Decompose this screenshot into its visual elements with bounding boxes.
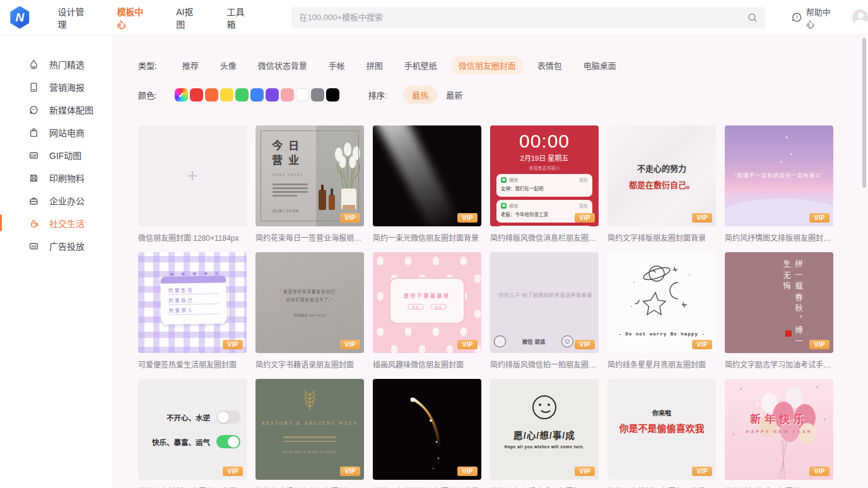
type-chip-wechat-status[interactable]: 微信状态背景: [250, 56, 315, 74]
type-chip-puzzle[interactable]: 拼图: [359, 56, 390, 74]
gold-leaf-graphic: [301, 389, 319, 410]
smiley-graphic: [532, 395, 556, 419]
template-card-book-quote[interactable]: “ 我还有好些事要告诉你们， 但你们现在担当不了。” 约翰福音 John 16:…: [255, 252, 364, 369]
search-icon[interactable]: [748, 13, 758, 23]
template-card-blank-create[interactable]: + 微信朋友圈封面 1280×1184px: [138, 125, 247, 243]
user-avatar[interactable]: [852, 9, 868, 26]
page-scrollbar[interactable]: [862, 38, 866, 188]
sidebar-item-newmedia[interactable]: 新媒体配图: [0, 98, 113, 121]
template-card-cute-note[interactable]: 热爱生活 热爱自己 热爱家人 VIP 可爱便签热爱生活朋友圈封面: [138, 252, 247, 369]
type-chip-avatar[interactable]: 头像: [213, 56, 244, 74]
color-swatch-red[interactable]: [190, 88, 203, 102]
card-title: 简约排版风微信消息栏朋友圈封...: [490, 232, 599, 243]
poster-icon: [28, 82, 39, 93]
vip-badge: VIP: [223, 467, 243, 476]
sidebar-item-gif[interactable]: GIF GIF动图: [0, 144, 113, 166]
emoji-icon: ☺: [561, 335, 573, 347]
help-label: 帮助中心: [806, 6, 838, 30]
new-year-heading: 新年快乐: [725, 410, 833, 426]
notepad-graphic: 热爱生活 热爱自己 热爱家人: [160, 276, 226, 325]
menu-design-manage[interactable]: 设计管理: [57, 5, 90, 30]
type-chip-wallpaper[interactable]: 手机壁纸: [397, 56, 445, 74]
hold-to-talk-label: 按住 说话: [506, 337, 561, 345]
type-chips: 推荐 头像 微信状态背景 手帐 拼图 手机壁纸 微信朋友圈封面 表情包 电脑桌面: [175, 56, 624, 74]
flower-card-heading: 今日营业: [272, 139, 310, 168]
color-swatch-yellow[interactable]: [220, 88, 233, 102]
cat-panel-graphic: 愿你不要暴躁哦 乖乖哄哄: [389, 277, 465, 324]
card-title: 简约风抒情图文排版朋友圈封面...: [725, 232, 833, 243]
color-swatch-pink[interactable]: [281, 88, 294, 102]
color-swatch-gray[interactable]: [311, 88, 324, 102]
chat-bubble-icon: [28, 105, 39, 115]
color-swatch-all[interactable]: ✓: [175, 88, 188, 102]
toggle-off-label: 不开心、水逆: [152, 412, 210, 422]
sidebar-item-poster[interactable]: 营销海报: [0, 76, 113, 98]
vip-badge: VIP: [692, 213, 712, 223]
template-card-light-beam[interactable]: VIP 简约一束光微信朋友圈封面背景: [373, 125, 481, 243]
pat-joke-text: “你的儿子”拍了拍我的奶茶说这杯我来请: [490, 291, 599, 298]
filter-panel: 类型: 推荐 头像 微信状态背景 手帐 拼图 手机壁纸 微信朋友圈封面 表情包 …: [138, 56, 624, 104]
sidebar-item-hot[interactable]: 热门精选: [0, 53, 113, 76]
app-logo[interactable]: N: [9, 6, 30, 29]
template-card-new-year[interactable]: 新年快乐 HAPPY NEW YEAR VIP 简约新年快乐朋友圈封面: [725, 379, 833, 488]
template-card-star-doodle[interactable]: - Do not worry Be happy - VIP 简约线条星星月亮朋友…: [607, 252, 716, 369]
type-chip-recommend[interactable]: 推荐: [175, 56, 206, 74]
search-input[interactable]: [299, 13, 748, 22]
template-card-calligraphy[interactable]: 拼一载春秋，搏一生无悔 VIP 简约文字励志学习加油考试手机...: [725, 252, 833, 369]
light-beam-graphic: [373, 125, 459, 226]
template-card-cat-pattern[interactable]: 愿你不要暴躁哦 乖乖哄哄 VIP 插画风趣味微信朋友圈封面: [373, 252, 481, 369]
floppy-icon: [28, 173, 39, 183]
color-swatch-green[interactable]: [235, 88, 249, 102]
color-swatch-blue[interactable]: [250, 88, 264, 102]
sort-hottest[interactable]: 最热: [403, 86, 437, 104]
menu-ai-cutout[interactable]: AI抠图: [176, 5, 200, 30]
type-chip-moments-cover[interactable]: 微信朋友圈封面: [451, 56, 524, 74]
template-card-comet[interactable]: VIP 简约一束光微信朋友圈封面背景: [373, 379, 481, 488]
sidebar-label: 营销海报: [49, 81, 85, 93]
template-card-smiley-wish[interactable]: 愿/心/想/事/成 Hope all you wishes will come …: [490, 379, 599, 488]
flame-icon: [28, 59, 39, 70]
color-swatch-white[interactable]: [296, 88, 309, 102]
sidebar-item-ads[interactable]: AD 广告投放: [0, 235, 113, 257]
template-card-toggles[interactable]: 不开心、水逆 快乐、暴富、运气 VIP 简约文字排版朋友圈封面背景: [138, 379, 247, 488]
template-card-pink-sky[interactable]: “相遇不一定有结局但一定有意义” VIP 简约风抒情图文排版朋友圈封面...: [725, 125, 833, 243]
help-center[interactable]: ? 帮助中心: [792, 6, 837, 30]
menu-template-center[interactable]: 模板中心: [117, 5, 150, 30]
vip-badge: VIP: [692, 340, 712, 349]
notification-item: 微信现在 女神：我们在一起吧: [496, 174, 592, 197]
type-chip-desktop[interactable]: 电脑桌面: [576, 56, 624, 74]
type-chip-journal[interactable]: 手帐: [321, 56, 353, 74]
vintage-foot: HOLD ON TO WHAT IS GOOD: [255, 451, 364, 454]
type-filter-row: 类型: 推荐 头像 微信状态背景 手帐 拼图 手机壁纸 微信朋友圈封面 表情包 …: [138, 56, 624, 74]
svg-text:?: ?: [795, 15, 798, 20]
confess-line-2: 你是不是偷偷喜欢我: [619, 421, 704, 434]
template-card-pat-joke[interactable]: “你的儿子”拍了拍我的奶茶说这杯我来请 ⋯ 按住 说话 ☺ VIP 简约排版风微…: [490, 252, 599, 369]
sky-quote: “相遇不一定有结局但一定有意义”: [725, 171, 833, 178]
quote-line-2: 都是在敷衍自己。: [629, 178, 695, 190]
template-card-flower-poster[interactable]: 今日营业 OPEN TODAY 朝九晚六 全年无休 VIP 简约花束每日一签营业…: [255, 125, 364, 243]
template-card-confession[interactable]: 你来啦 你是不是偷偷喜欢我 VIP 简约图文排版朋友圈封面背景图: [607, 379, 716, 488]
template-content: 类型: 推荐 头像 微信状态背景 手帐 拼图 手机壁纸 微信朋友圈封面 表情包 …: [114, 35, 868, 488]
color-swatch-orange[interactable]: [205, 88, 218, 102]
sidebar-item-ecommerce[interactable]: 网站电商: [0, 121, 113, 144]
vip-badge: VIP: [809, 340, 830, 349]
card-title: 微信朋友圈封面 1280×1184px: [138, 232, 247, 243]
template-card-vintage-green[interactable]: RESTORE & ANCIENT WAYS HOLD ON TO WHAT I…: [255, 379, 364, 488]
sort-newest[interactable]: 最新: [437, 86, 471, 104]
template-card-wechat-notifications[interactable]: 00:00 2月19日 星期五 辛丑年正月初八 微信现在 女神：我们在一起吧 微…: [490, 125, 599, 243]
color-swatches: ✓: [175, 88, 339, 102]
sidebar-item-print[interactable]: 印刷物料: [0, 166, 113, 189]
template-card-crumpled-text[interactable]: 不走心的努力 都是在敷衍自己。 VIP 简约文字排版朋友圈封面背景: [607, 125, 716, 243]
sidebar-item-office[interactable]: 企业办公: [0, 189, 113, 212]
sidebar-item-social-life[interactable]: 社交生活: [0, 212, 113, 235]
type-label: 类型:: [138, 59, 157, 71]
color-swatch-purple[interactable]: [266, 88, 279, 102]
sidebar-label: 新媒体配图: [49, 103, 93, 116]
sidebar-label: 热门精选: [49, 58, 85, 71]
clock-time: 00:00: [490, 131, 599, 152]
color-swatch-black[interactable]: [326, 88, 339, 102]
card-title: 简约文字排版朋友圈封面背景: [607, 232, 716, 243]
type-chip-sticker[interactable]: 表情包: [530, 56, 570, 74]
notification-item: 微信现在 老妈：家里的狗都数到了儿子: [496, 226, 592, 226]
menu-toolbox[interactable]: 工具箱: [226, 5, 251, 30]
